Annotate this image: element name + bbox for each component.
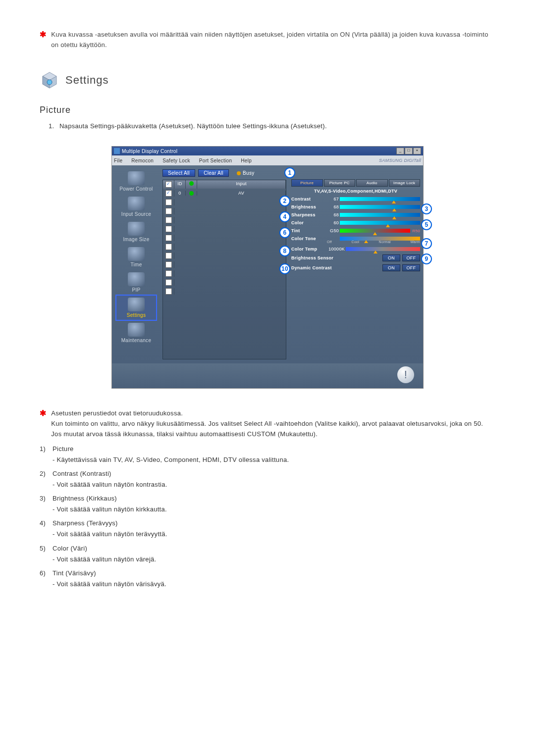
row-checkbox[interactable]	[165, 252, 172, 259]
desc-item-2: 2) Contrast (Kontrasti)- Voit säätää val…	[40, 468, 495, 490]
label-brightness: Brightness	[291, 204, 327, 209]
star-icon: ✱	[40, 30, 46, 39]
col-input: Input	[197, 180, 286, 189]
row-checkbox[interactable]	[165, 208, 172, 214]
sidebar-item-pip[interactable]: PIP	[116, 270, 156, 295]
table-row[interactable]	[163, 198, 286, 206]
col-id: ID	[174, 180, 186, 189]
table-row[interactable]	[163, 242, 286, 251]
desc-item-6: 6) Tint (Värisävy)- Voit säätää valitun …	[40, 568, 495, 590]
bsensor-off-button[interactable]: OFF	[402, 254, 420, 261]
menubar: File Remocon Safety Lock Port Selection …	[112, 155, 423, 165]
row-checkbox[interactable]	[165, 279, 172, 286]
tab-picture[interactable]: Picture	[291, 179, 323, 187]
input-source-icon	[128, 197, 145, 210]
row-checkbox[interactable]	[165, 235, 172, 241]
slider-color[interactable]	[340, 221, 420, 225]
callout-2: 2	[279, 196, 290, 206]
label-tint: Tint	[291, 228, 327, 233]
tab-audio[interactable]: Audio	[356, 179, 388, 187]
busy-indicator: Busy	[237, 170, 254, 176]
settings-header: Settings	[40, 70, 495, 90]
callout-5: 5	[421, 219, 432, 230]
busy-dot-icon	[237, 171, 241, 175]
table-row[interactable]	[163, 215, 286, 224]
slider-color-tone[interactable]	[340, 237, 420, 241]
mid-panel: Select All Clear All Busy ✓ ID Input	[160, 165, 288, 363]
row-checkbox[interactable]	[165, 226, 172, 232]
sidebar-item-maintenance[interactable]: Maintenance	[116, 321, 156, 345]
bsensor-on-button[interactable]: ON	[382, 254, 400, 261]
settings-icon	[128, 298, 145, 311]
table-row[interactable]	[163, 269, 286, 278]
menu-file[interactable]: File	[114, 158, 122, 163]
svg-rect-4	[114, 148, 120, 154]
dcontrast-on-button[interactable]: ON	[382, 264, 400, 271]
minimize-button[interactable]: _	[396, 148, 404, 154]
value-color-temp: 10000K	[327, 247, 346, 252]
header-checkbox[interactable]: ✓	[165, 181, 172, 188]
menu-help[interactable]: Help	[241, 158, 252, 163]
menu-safety-lock[interactable]: Safety Lock	[162, 158, 190, 163]
label-color-tone: Color Tone	[291, 236, 327, 241]
maximize-button[interactable]: □	[405, 148, 413, 154]
row-checkbox[interactable]	[165, 270, 172, 277]
table-row[interactable]	[163, 287, 286, 296]
sidebar: Power Control Input Source Image Size Ti…	[112, 165, 160, 363]
desc-item-5: 5) Color (Väri)- Voit säätää valitun näy…	[40, 543, 495, 565]
value-contrast: 67	[327, 197, 340, 202]
row-checkbox[interactable]	[165, 288, 172, 295]
svg-point-3	[47, 80, 52, 85]
right-panel: 1 Picture Picture PC Audio Image Lock TV…	[288, 165, 423, 363]
tab-picture-pc[interactable]: Picture PC	[324, 179, 356, 187]
row-checkbox[interactable]	[165, 261, 172, 268]
top-note-text: Kuva kuvassa -asetuksen avulla voi määri…	[51, 30, 495, 50]
row-checkbox[interactable]	[165, 244, 172, 250]
select-all-button[interactable]: Select All	[162, 169, 195, 177]
table-row[interactable]	[163, 251, 286, 260]
callout-6: 6	[279, 227, 290, 238]
slider-color-temp[interactable]	[346, 247, 420, 251]
menu-port-selection[interactable]: Port Selection	[199, 158, 232, 163]
callout-4: 4	[279, 211, 290, 222]
table-row[interactable]	[163, 233, 286, 242]
row-checkbox[interactable]	[165, 217, 172, 223]
slider-tint[interactable]	[340, 229, 410, 233]
row-status-icon	[189, 191, 194, 196]
label-contrast: Contrast	[291, 197, 327, 202]
table-row[interactable]	[163, 206, 286, 215]
sidebar-item-settings[interactable]: Settings	[116, 296, 156, 320]
tab-image-lock[interactable]: Image Lock	[389, 179, 421, 187]
settings-cube-icon	[40, 70, 59, 90]
screenshot-figure: Multiple Display Control _ □ × File Remo…	[111, 146, 424, 389]
table-row[interactable]	[163, 260, 286, 269]
clear-all-button[interactable]: Clear All	[198, 169, 229, 177]
desc-item-3: 3) Brightness (Kirkkaus)- Voit säätää va…	[40, 493, 495, 515]
table-row[interactable]	[163, 224, 286, 233]
desc-item-4: 4) Sharpness (Terävyys)- Voit säätää val…	[40, 518, 495, 540]
sidebar-item-input-source[interactable]: Input Source	[116, 195, 156, 219]
value-brightness: 68	[327, 204, 340, 209]
pip-icon	[128, 272, 145, 286]
dcontrast-off-button[interactable]: OFF	[402, 264, 420, 271]
sidebar-item-image-size[interactable]: Image Size	[116, 220, 156, 244]
description-list: 1) Picture- Käytettävissä vain TV, AV, S…	[40, 444, 495, 590]
slider-brightness[interactable]	[340, 205, 420, 209]
slider-sharpness[interactable]	[340, 213, 420, 217]
table-row[interactable]	[163, 278, 286, 287]
row-checkbox[interactable]: ✓	[165, 190, 172, 197]
menu-remocon[interactable]: Remocon	[131, 158, 154, 163]
sidebar-item-time[interactable]: Time	[116, 245, 156, 269]
section-picture-title: Picture	[40, 105, 495, 115]
value-tint: G50	[327, 228, 340, 233]
row-checkbox[interactable]	[165, 199, 172, 205]
slider-contrast[interactable]	[340, 197, 420, 201]
close-button[interactable]: ×	[413, 148, 421, 154]
callout-7: 7	[421, 238, 432, 249]
table-row[interactable]: ✓ 0 AV	[163, 189, 286, 198]
value-color: 60	[327, 220, 340, 225]
help-icon[interactable]: !	[397, 366, 414, 383]
picture-intro: 1. Napsauta Settings-pääkuvaketta (Asetu…	[49, 121, 495, 132]
tint-r50: R50	[412, 229, 420, 233]
sidebar-item-power-control[interactable]: Power Control	[116, 169, 156, 194]
